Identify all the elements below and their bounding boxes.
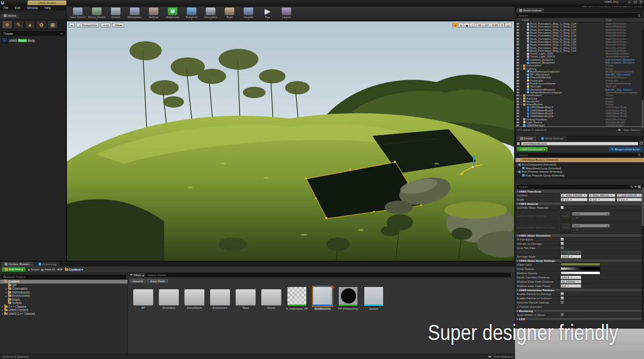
visibility-eye-icon[interactable] xyxy=(516,26,519,28)
visibility-eye-icon[interactable] xyxy=(516,47,519,49)
visibility-eye-icon[interactable] xyxy=(516,41,519,43)
level-viewport[interactable]: ▾ ✓Perspective ●Lit Show ✛ ↻ ▣ ◯ 10 10° … xyxy=(66,21,514,262)
tab-details[interactable]: Details xyxy=(516,136,536,141)
placeable-item-uiws-water-body[interactable]: ≈ UIWS Water Body xyxy=(1,37,64,44)
filters-button[interactable]: Filters▾ xyxy=(130,274,144,277)
damage-scale-input[interactable]: 100.0 xyxy=(561,255,581,258)
gear-icon[interactable] xyxy=(638,185,641,188)
classes-search-input[interactable] xyxy=(6,32,60,35)
actor-name-field[interactable]: UIWSWaterBody11 xyxy=(521,142,638,146)
asset-item[interactable]: PP_DistanceFog xyxy=(338,286,359,310)
material-thumbnail[interactable]: None xyxy=(561,222,571,233)
category-uiws-transform[interactable]: UIWS Transform xyxy=(515,190,644,193)
visibility-eye-icon[interactable] xyxy=(516,55,519,57)
visibility-eye-icon[interactable] xyxy=(516,121,519,123)
visibility-eye-icon[interactable] xyxy=(516,38,519,40)
visibility-eye-icon[interactable] xyxy=(516,76,519,78)
component-row[interactable]: ▾ Post Process Volume (Inherited) xyxy=(515,170,644,174)
close-button[interactable]: ✕ xyxy=(639,0,643,4)
toolbar-button[interactable]: Compile ▼ xyxy=(240,8,257,20)
visibility-eye-icon[interactable] xyxy=(516,92,519,93)
use-selected-icon[interactable]: ← xyxy=(572,216,574,219)
label-column-header[interactable]: Label xyxy=(515,18,606,22)
chevron-down-icon[interactable]: ▼ xyxy=(210,18,212,20)
grid-snap-value[interactable]: 10 xyxy=(477,23,483,28)
limit-tick-rate-checkbox[interactable] xyxy=(561,246,564,249)
toolbar-button[interactable]: Cinematics ▼ xyxy=(202,8,219,20)
mode-button[interactable]: ▣ xyxy=(47,20,58,29)
is-interactive-checkbox[interactable] xyxy=(561,238,564,241)
outliner-row[interactable]: UIWSWaterBody11 UIWSWaterBody xyxy=(515,127,644,127)
tab-modes[interactable]: Modes xyxy=(1,14,19,18)
material-thumbnail[interactable]: None xyxy=(561,211,571,221)
component-row[interactable]: WaterMeshComp (Inherited) xyxy=(515,166,644,170)
toolbar-button[interactable]: Build ▼ xyxy=(221,8,238,20)
tab-output-log[interactable]: Output Log xyxy=(35,262,60,267)
chevron-down-icon[interactable]: ▼ xyxy=(191,18,193,20)
asset-item[interactable]: ✚ NewBlueprint xyxy=(312,286,333,310)
actor-hidden-checkbox[interactable] xyxy=(561,313,564,316)
deep-opacity-swatch[interactable] xyxy=(561,267,600,270)
visibility-eye-icon[interactable] xyxy=(516,29,519,31)
component-search-input[interactable] xyxy=(519,154,637,156)
filter-chip[interactable]: Static Mesh xyxy=(147,279,167,283)
add-component-button[interactable]: + Add Component ▾ xyxy=(517,147,548,151)
content-view-options[interactable]: View Options ▾ xyxy=(488,355,513,359)
asset-item[interactable]: uiwstest xyxy=(363,286,384,310)
instance-row[interactable]: UIWSWaterBody11 (Instance) xyxy=(515,158,644,162)
category-rendering[interactable]: Rendering xyxy=(515,309,644,313)
viewport-options-dropdown[interactable]: ▾ xyxy=(69,23,75,28)
asset-folder[interactable]: BP xyxy=(133,286,154,310)
angle-snap-value[interactable]: 10° xyxy=(483,23,491,28)
menu-item[interactable]: Help xyxy=(41,6,54,9)
chevron-down-icon[interactable]: ▼ xyxy=(229,18,230,20)
move-tool-icon[interactable]: ✛ xyxy=(453,23,459,28)
visibility-eye-icon[interactable] xyxy=(516,106,519,108)
import-button[interactable]: ⬇Import xyxy=(28,268,39,271)
scale-tool-icon[interactable]: ▣ xyxy=(464,23,470,28)
chevron-down-icon[interactable]: ▼ xyxy=(285,18,287,20)
chevron-down-icon[interactable]: ▼ xyxy=(153,18,155,20)
browse-icon[interactable]: ⊞ xyxy=(576,216,578,219)
breadcrumb[interactable]: Content▸ xyxy=(65,267,83,271)
visibility-eye-icon[interactable] xyxy=(516,94,519,96)
fade-distance-input[interactable]: 61.200001 xyxy=(561,280,581,284)
toolbar-button[interactable]: ▶ Play ▼ xyxy=(259,8,276,20)
asset-folder[interactable]: Environment xyxy=(210,286,230,310)
visibility-eye-icon[interactable] xyxy=(516,103,519,105)
visibility-eye-icon[interactable] xyxy=(516,50,519,52)
menu-item[interactable]: Window xyxy=(24,6,41,9)
component-row[interactable]: Post Process Comp (Inherited) xyxy=(515,174,644,177)
visibility-eye-icon[interactable] xyxy=(516,101,519,102)
chevron-down-icon[interactable]: ▼ xyxy=(96,18,98,20)
visibility-eye-icon[interactable] xyxy=(516,32,519,34)
folder-tree-row[interactable]: ▸ C++ Classes xyxy=(0,305,128,309)
toolbar-button[interactable]: Source Control ▼ xyxy=(88,8,105,20)
world-local-toggle-icon[interactable]: ◯ xyxy=(470,23,477,28)
clear-search-icon[interactable]: ✕ xyxy=(60,32,63,35)
visibility-eye-icon[interactable] xyxy=(516,64,519,66)
mode-button[interactable]: ▲ xyxy=(25,20,35,29)
visibility-eye-icon[interactable] xyxy=(516,80,519,82)
override-materials-checkbox[interactable] xyxy=(561,206,564,209)
forward-arrow-icon[interactable]: ▶ xyxy=(60,267,63,271)
visibility-eye-icon[interactable] xyxy=(516,85,519,87)
location-x-input[interactable]: X-4050.936035 xyxy=(561,193,588,197)
depth-transition-input[interactable]: 140.3 xyxy=(561,276,581,279)
shallow-opacity-swatch[interactable] xyxy=(561,271,600,275)
browse-icon[interactable]: ⊞ xyxy=(576,228,578,231)
folder-tree-row[interactable]: ▸ DemoAssets xyxy=(0,291,128,295)
outliner-scrollbar[interactable] xyxy=(642,29,644,133)
fade-power-input[interactable]: 1.0 xyxy=(561,284,581,288)
mode-button[interactable]: ✿ xyxy=(36,20,46,29)
visibility-eye-icon[interactable] xyxy=(516,53,519,55)
visibility-eye-icon[interactable] xyxy=(516,71,519,73)
perspective-button[interactable]: ✓Perspective xyxy=(76,23,99,28)
tick-rate-input[interactable]: 60.0 xyxy=(561,250,581,254)
visibility-eye-icon[interactable] xyxy=(516,124,519,126)
chevron-down-icon[interactable]: ▼ xyxy=(248,18,249,20)
visibility-eye-icon[interactable] xyxy=(516,112,519,114)
visibility-eye-icon[interactable] xyxy=(516,35,519,37)
add-new-button[interactable]: Add New ▾ xyxy=(2,267,26,272)
property-row-particle-overrides[interactable]: ▸ Particle Overrides xyxy=(515,305,644,309)
